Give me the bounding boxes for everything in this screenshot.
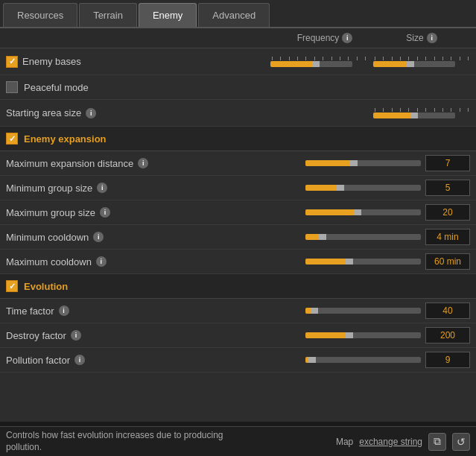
main-content: Frequency i Size i Enemy bases: [0, 28, 476, 422]
enemy-bases-freq-track[interactable]: [270, 61, 352, 67]
enemy-expansion-label: Enemy expansion: [24, 133, 107, 145]
copy-icon: ⧉: [434, 435, 441, 448]
max-cooldown-value[interactable]: 60 min: [425, 253, 470, 270]
enemy-bases-freq-slider-container: [270, 57, 367, 67]
max-cooldown-row: Maximum cooldown i 60 min: [0, 250, 476, 274]
enemy-bases-size-cell: [373, 57, 470, 67]
tooltip-line1: Controls how fast evolution increases du…: [6, 430, 223, 440]
frequency-info-icon[interactable]: i: [342, 33, 352, 43]
starting-area-label: Starting area size: [6, 107, 81, 118]
min-cooldown-label-group: Minimum cooldown i: [6, 232, 305, 243]
max-group-size-label: Maximum group size: [6, 207, 95, 218]
enemy-expansion-checkbox[interactable]: [6, 133, 18, 145]
min-group-size-slider: [305, 185, 421, 191]
map-exchange-prefix: Map: [336, 437, 353, 447]
pollution-factor-slider: [305, 357, 421, 363]
column-headers: Frequency i Size i: [0, 28, 476, 48]
tab-resources[interactable]: Resources: [3, 3, 77, 27]
tab-terrain[interactable]: Terrain: [79, 3, 137, 27]
destroy-factor-row: Destroy factor i 200: [0, 323, 476, 348]
refresh-icon: ↺: [457, 436, 466, 448]
time-factor-value[interactable]: 40: [425, 303, 470, 319]
peaceful-mode-row: Peaceful mode: [0, 75, 476, 100]
frequency-header: Frequency i: [276, 33, 373, 43]
min-cooldown-row: Minimum cooldown i 4 min: [0, 225, 476, 250]
tooltip-text: Controls how fast evolution increases du…: [6, 430, 330, 453]
destroy-factor-label: Destroy factor: [6, 330, 66, 341]
time-factor-track[interactable]: [305, 308, 421, 314]
max-expansion-distance-track[interactable]: [305, 160, 421, 166]
min-cooldown-label: Minimum cooldown: [6, 232, 89, 243]
min-group-size-track[interactable]: [305, 185, 421, 191]
tab-advanced[interactable]: Advanced: [198, 3, 270, 27]
max-expansion-distance-slider: [305, 160, 421, 166]
destroy-factor-label-group: Destroy factor i: [6, 330, 305, 341]
max-group-size-track[interactable]: [305, 209, 421, 215]
max-group-size-label-group: Maximum group size i: [6, 207, 305, 218]
time-factor-label: Time factor: [6, 305, 54, 317]
max-expansion-distance-label-group: Maximum expansion distance i: [6, 158, 305, 169]
enemy-bases-label-group: Enemy bases: [6, 56, 270, 68]
starting-area-info-icon[interactable]: i: [86, 108, 96, 118]
tab-enemy[interactable]: Enemy: [139, 3, 197, 27]
refresh-button[interactable]: ↺: [452, 433, 470, 451]
evolution-header: Evolution: [0, 274, 476, 299]
size-info-icon[interactable]: i: [427, 33, 437, 43]
max-cooldown-track[interactable]: [305, 259, 421, 265]
max-cooldown-slider: [305, 259, 421, 265]
peaceful-mode-label: Peaceful mode: [24, 82, 89, 93]
enemy-bases-label: Enemy bases: [22, 56, 81, 67]
min-group-size-label-group: Minimum group size i: [6, 183, 305, 194]
size-label: Size: [406, 33, 423, 43]
peaceful-mode-checkbox[interactable]: [6, 81, 18, 93]
enemy-bases-size-slider-container: [373, 57, 470, 67]
max-expansion-distance-label: Maximum expansion distance: [6, 158, 133, 169]
destroy-factor-track[interactable]: [305, 332, 421, 338]
enemy-bases-checkbox[interactable]: [6, 56, 18, 68]
starting-area-row: Starting area size i: [0, 100, 476, 127]
pollution-factor-label: Pollution factor: [6, 355, 70, 366]
evolution-checkbox[interactable]: [6, 280, 18, 292]
tab-bar: Resources Terrain Enemy Advanced: [0, 0, 476, 28]
copy-exchange-button[interactable]: ⧉: [428, 433, 446, 451]
min-group-size-row: Minimum group size i 5: [0, 176, 476, 200]
starting-area-slider-cell: [373, 108, 470, 118]
size-header: Size i: [373, 33, 470, 43]
max-group-size-value[interactable]: 20: [425, 204, 470, 221]
pollution-factor-track[interactable]: [305, 357, 421, 363]
destroy-factor-info[interactable]: i: [71, 330, 81, 341]
exchange-string-link[interactable]: exchange string: [359, 437, 422, 447]
time-factor-label-group: Time factor i: [6, 305, 305, 317]
destroy-factor-slider: [305, 332, 421, 338]
starting-area-label-group: Starting area size i: [6, 107, 373, 118]
max-expansion-distance-info[interactable]: i: [138, 158, 148, 168]
bottom-bar: Controls how fast evolution increases du…: [0, 426, 476, 456]
pollution-factor-info[interactable]: i: [74, 355, 85, 365]
starting-area-track[interactable]: [373, 113, 455, 118]
pollution-factor-row: Pollution factor i 9: [0, 348, 476, 373]
max-cooldown-info[interactable]: i: [96, 256, 107, 267]
enemy-bases-row: Enemy bases: [0, 48, 476, 75]
time-factor-info[interactable]: i: [59, 305, 69, 316]
max-cooldown-label-group: Maximum cooldown i: [6, 256, 305, 267]
enemy-bases-size-track[interactable]: [373, 61, 455, 67]
max-group-size-row: Maximum group size i 20: [0, 200, 476, 225]
max-expansion-distance-value[interactable]: 7: [425, 155, 470, 171]
max-group-size-info[interactable]: i: [100, 207, 110, 218]
min-cooldown-track[interactable]: [305, 234, 421, 240]
pollution-factor-label-group: Pollution factor i: [6, 355, 305, 366]
frequency-label: Frequency: [297, 33, 340, 43]
time-factor-row: Time factor i 40: [0, 299, 476, 323]
time-factor-slider: [305, 308, 421, 314]
min-group-size-value[interactable]: 5: [425, 180, 470, 196]
enemy-bases-sliders: [270, 57, 470, 67]
pollution-factor-value[interactable]: 9: [425, 352, 470, 368]
evolution-label: Evolution: [24, 281, 68, 292]
max-expansion-distance-row: Maximum expansion distance i 7: [0, 151, 476, 176]
min-cooldown-value[interactable]: 4 min: [425, 229, 470, 245]
destroy-factor-value[interactable]: 200: [425, 327, 470, 343]
starting-area-slider-container: [373, 108, 470, 118]
min-cooldown-slider: [305, 234, 421, 240]
min-group-size-info[interactable]: i: [97, 183, 107, 193]
min-cooldown-info[interactable]: i: [93, 232, 104, 242]
